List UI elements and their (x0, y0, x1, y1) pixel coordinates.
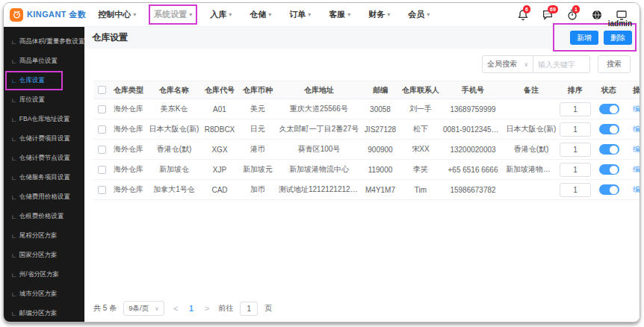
row-checkbox[interactable] (98, 166, 106, 174)
column-header: 仓库名称 (147, 81, 201, 99)
row-checkbox[interactable] (98, 146, 106, 154)
cell-remark (504, 99, 558, 119)
nav-item-1[interactable]: 系统设置▾ (154, 9, 192, 20)
sidebar-item-8[interactable]: ∟仓储费用价格设置 (4, 187, 84, 207)
sidebar-item-label: 仓租费价格设置 (19, 212, 64, 221)
row-checkbox[interactable] (98, 125, 106, 134)
edit-link[interactable]: 编辑 (633, 165, 640, 173)
notification-badge: 6 (523, 5, 530, 13)
column-header: 备注 (504, 81, 558, 99)
sidebar-item-2[interactable]: ∟仓库设置 (4, 71, 84, 90)
cell-action: 编辑 (625, 180, 640, 200)
cell-status (592, 99, 625, 119)
add-button[interactable]: 新增 (570, 31, 598, 45)
sidebar-item-4[interactable]: ∟FBA仓库地址设置 (4, 110, 84, 129)
sidebar-item-11[interactable]: ∟国家分区方案 (4, 246, 84, 265)
cell-code: CAD (201, 180, 238, 200)
nav-item-6[interactable]: 财务▾ (368, 9, 390, 20)
sidebar-item-7[interactable]: ∟仓储服务项目设置 (4, 168, 84, 187)
chevron-down-icon: ▾ (308, 11, 311, 18)
cell-currency: 新加坡元 (238, 160, 277, 180)
nav-item-label: 仓储 (250, 9, 266, 20)
delete-button[interactable]: 删除 (604, 31, 632, 45)
cell-type: 海外仓库 (110, 140, 147, 160)
status-toggle[interactable] (599, 104, 619, 114)
chevron-down-icon: ∨ (155, 305, 159, 312)
sort-input[interactable] (560, 163, 591, 177)
row-select-cell (93, 180, 110, 200)
nav-item-0[interactable]: 控制中心▾ (98, 9, 136, 20)
timer-icon[interactable]: 1 (566, 9, 578, 21)
table-head: 仓库类型仓库名称仓库代号仓库币种仓库地址邮编仓库联系人手机号备注排序状态操作 (93, 81, 640, 99)
subitem-icon: ∟ (11, 194, 17, 201)
username[interactable]: iadmin (608, 19, 632, 28)
nav-item-4[interactable]: 订单▾ (289, 9, 311, 20)
sidebar-item-0[interactable]: ∟商品体积/重量参数设置 (4, 32, 84, 52)
sidebar-item-3[interactable]: ∟库位设置 (4, 90, 84, 110)
column-header: 仓库代号 (201, 81, 238, 99)
subitem-icon: ∟ (11, 233, 17, 240)
globe-icon[interactable] (591, 9, 603, 21)
sidebar-item-13[interactable]: ∟城市分区方案 (4, 284, 84, 304)
status-toggle[interactable] (599, 164, 619, 175)
cell-status (592, 140, 625, 160)
sidebar-item-14[interactable]: ∟邮编分区方案 (4, 304, 84, 323)
cell-zip: M4Y1M7 (361, 180, 400, 200)
sidebar-item-10[interactable]: ∟尾程分区方案 (4, 226, 84, 246)
sort-input[interactable] (560, 143, 591, 157)
nav-item-5[interactable]: 客服▾ (329, 9, 350, 20)
cell-remark: 日本大阪仓(新) (504, 119, 558, 140)
edit-link[interactable]: 编辑 (633, 125, 640, 133)
nav-item-3[interactable]: 仓储▾ (250, 9, 271, 20)
search-input[interactable] (533, 55, 590, 73)
edit-link[interactable]: 编辑 (633, 145, 640, 153)
nav-item-2[interactable]: 入库▾ (210, 9, 232, 20)
cell-name: 美东K仓 (147, 99, 201, 119)
search-scope-select[interactable]: 全局搜索 ∨ (482, 55, 533, 73)
edit-link[interactable]: 编辑 (633, 105, 640, 113)
row-checkbox[interactable] (98, 105, 106, 113)
nav-item-label: 订单 (289, 9, 306, 20)
sidebar-item-9[interactable]: ∟仓租费价格设置 (4, 207, 84, 226)
status-toggle[interactable] (599, 144, 619, 155)
cell-currency: 日元 (238, 119, 277, 140)
sidebar-item-6[interactable]: ∟仓储计费节点设置 (4, 149, 84, 168)
row-checkbox[interactable] (98, 186, 106, 194)
cell-type: 海外仓库 (110, 180, 147, 200)
select-all-checkbox[interactable] (98, 86, 106, 94)
subitem-icon: ∟ (11, 58, 17, 65)
sidebar-item-label: 仓储计费项目设置 (19, 134, 70, 143)
status-toggle[interactable] (599, 184, 619, 195)
nav-item-label: 会员 (408, 9, 424, 20)
cell-address: 新加坡港物流中心 (277, 160, 361, 180)
edit-link[interactable]: 编辑 (633, 185, 640, 193)
table-row: 海外仓库加拿大1号仓CAD加币测试地址12121212121212M4Y1M7T… (93, 180, 640, 200)
cell-action: 编辑 (625, 119, 640, 140)
brand-logo[interactable]: KINGANT 金数 (10, 8, 86, 22)
sidebar-item-1[interactable]: ∟商品单位设置 (4, 52, 84, 71)
logo-icon (10, 8, 23, 22)
current-page[interactable]: 1 (187, 305, 196, 313)
nav-item-7[interactable]: 会员▾ (408, 9, 430, 20)
cell-phone: 13200020003 (442, 140, 504, 160)
bell-icon[interactable]: 6 (517, 9, 529, 21)
next-page-button[interactable]: > (202, 304, 211, 313)
sidebar-item-12[interactable]: ∟州/省分区方案 (4, 265, 84, 284)
search-scope-label: 全局搜索 (487, 59, 517, 69)
status-toggle[interactable] (599, 124, 619, 134)
goto-page-input[interactable] (240, 302, 258, 316)
sort-input[interactable] (560, 122, 591, 137)
goto-label: 前往 (218, 303, 233, 314)
sort-input[interactable] (560, 102, 591, 116)
cell-phone: 0081-9012345678 (442, 119, 504, 140)
per-page-select[interactable]: 9条/页 ∨ (123, 301, 164, 316)
cell-sort (558, 140, 592, 160)
chat-icon[interactable]: 69 (542, 9, 554, 21)
prev-page-button[interactable]: < (171, 304, 180, 313)
cell-contact: 松下 (400, 119, 442, 140)
table-row: 海外仓库香港仓(默)XGX港币葵青区100号900900宋XX132000200… (93, 140, 640, 160)
nav-item-label: 入库 (210, 9, 226, 20)
search-button[interactable]: 搜索 (598, 55, 631, 73)
sidebar-item-5[interactable]: ∟仓储计费项目设置 (4, 129, 84, 149)
sort-input[interactable] (560, 183, 591, 197)
